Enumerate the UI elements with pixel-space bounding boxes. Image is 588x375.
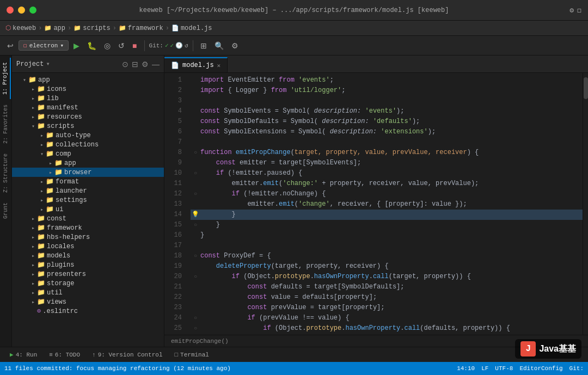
left-tab-grunt[interactable]: Grunt (1, 198, 10, 223)
code-line-6: const SymbolExtensions = Symbol( descrip… (191, 127, 583, 137)
tree-item-auto-type[interactable]: ▸ 📁 auto-type (12, 131, 164, 140)
tab-modeljs[interactable]: 📄 model.js ✕ (164, 57, 228, 72)
bottom-tab-todo[interactable]: ≡ 6: TODO (44, 349, 85, 361)
gutter-12 (191, 189, 200, 199)
sidebar-refresh-btn[interactable]: ⊙ (122, 60, 128, 69)
tree-item-manifest[interactable]: ▸ 📁 manifest (12, 103, 164, 112)
breadcrumb-app[interactable]: 📁 app (44, 24, 65, 32)
stop-button[interactable]: ■ (130, 40, 139, 51)
tab-label: model.js (182, 62, 214, 69)
code-view[interactable]: import EventEmitter from 'events'; impor… (186, 73, 583, 335)
tree-item-scripts[interactable]: ▾ 📁 scripts (12, 121, 164, 131)
left-tab-structure[interactable]: Z: Structure (1, 149, 10, 197)
electron-icon: ◻ (23, 42, 27, 49)
sidebar-title-text: Project (16, 60, 44, 68)
todo-icon: ≡ (49, 352, 53, 358)
code-line-16: } (191, 230, 583, 241)
breadcrumb-keeweb[interactable]: ⬡ keeweb (5, 24, 36, 32)
tree-item-const[interactable]: ▸ 📁 const (12, 214, 164, 223)
folder-icon: 📁 (37, 298, 45, 306)
run-config-label: electron (29, 42, 58, 49)
eslint-icon: ⊙ (37, 307, 41, 315)
toolbar-back-btn[interactable]: ↩ (4, 40, 16, 51)
tree-item-lib[interactable]: ▸ 📁 lib (12, 94, 164, 103)
tree-item-settings[interactable]: ▸ 📁 settings (12, 195, 164, 205)
bottom-tab-vcs[interactable]: ↑ 9: Version Control (87, 349, 168, 361)
search-button[interactable]: 🔍 (212, 40, 226, 51)
tree-item-framework[interactable]: ▸ 📁 framework (12, 223, 164, 232)
terminal-label: Terminal (180, 352, 209, 358)
tree-item-ui[interactable]: ▸ 📁 ui (12, 205, 164, 214)
run-button[interactable]: ▶ (71, 40, 82, 51)
tab-close-btn[interactable]: ✕ (217, 62, 221, 69)
git-status-text: 11 files committed: focus managing refac… (4, 365, 231, 372)
git-undo-icon[interactable]: ↺ (185, 42, 188, 49)
breadcrumb: ⬡ keeweb › 📁 app › 📁 scripts › 📁 framewo… (0, 21, 588, 36)
bookmark-button[interactable]: ⊞ (198, 40, 210, 51)
traffic-light-minimize[interactable] (18, 7, 25, 14)
gutter-10 (191, 168, 200, 179)
tree-item-icons[interactable]: ▸ 📁 icons (12, 84, 164, 94)
line-numbers: 12345 678910 1112131415 1617181920 21222… (164, 73, 186, 335)
tree-item-comp-app[interactable]: ▸ 📁 app (12, 158, 164, 168)
git-branch: Git: (569, 365, 584, 372)
tree-item-format[interactable]: ▸ 📁 format (12, 177, 164, 186)
traffic-light-maximize[interactable] (29, 7, 36, 14)
sidebar-close-btn[interactable]: — (152, 60, 160, 69)
editor-scrollbar[interactable] (583, 73, 588, 335)
gear-button[interactable]: ⚙ (229, 40, 241, 51)
tree-item-comp[interactable]: ▾ 📁 comp (12, 149, 164, 158)
code-line-1: import EventEmitter from 'events'; (191, 75, 583, 85)
folder-icon: 📁 (37, 251, 45, 260)
code-line-18: const ProxyDef = { (191, 251, 583, 261)
folder-icon: 📁 (54, 159, 63, 167)
reload-button[interactable]: ↺ (115, 40, 127, 51)
editor-content: 12345 678910 1112131415 1617181920 21222… (164, 73, 588, 335)
tree-item-presenters[interactable]: ▸ 📁 presenters (12, 269, 164, 279)
titlebar-icon-2[interactable]: ◻ (577, 6, 581, 15)
folder-icon: 📁 (37, 113, 45, 121)
breadcrumb-modeljs[interactable]: 📄 model.js (171, 24, 212, 32)
tree-item-hbs-helpers[interactable]: ▸ 📁 hbs-helpers (12, 232, 164, 242)
editorconfig: EditorConfig (519, 365, 562, 372)
tree-item-models[interactable]: ▸ 📁 models (12, 251, 164, 260)
tree-item-util[interactable]: ▸ 📁 util (12, 288, 164, 297)
file-icon: 📄 (171, 24, 179, 32)
tree-item-resources[interactable]: ▸ 📁 resources (12, 112, 164, 121)
breadcrumb-framework[interactable]: 📁 framework (119, 24, 163, 32)
folder-icon: 📁 (37, 242, 45, 250)
tree-item-storage[interactable]: ▸ 📁 storage (12, 279, 164, 288)
tree-item-launcher[interactable]: ▸ 📁 launcher (12, 186, 164, 195)
run-config-selector[interactable]: ◻ electron ▾ (19, 40, 69, 51)
git-status: Git: ✓ ✓ 🕐 ↺ (149, 42, 188, 49)
traffic-light-close[interactable] (7, 7, 14, 14)
vcs-label: 9: Version Control (98, 352, 163, 358)
todo-label: 6: TODO (55, 352, 80, 358)
bottom-tab-terminal[interactable]: □ Terminal (169, 349, 215, 361)
coverage-button[interactable]: ◎ (101, 40, 113, 51)
tree-item-browser[interactable]: ▸ 📁 browser (12, 168, 164, 177)
folder-icon: 📁 (46, 205, 54, 213)
statusbar-left: 11 files committed: focus managing refac… (4, 365, 231, 372)
gutter-15 (191, 220, 200, 230)
tree-item-plugins[interactable]: ▸ 📁 plugins (12, 260, 164, 269)
sidebar-collapse-btn[interactable]: ⊟ (132, 60, 138, 69)
left-tab-project[interactable]: 1: Project (1, 58, 11, 99)
left-tab-favorites[interactable]: 2: Favorites (1, 100, 10, 148)
breadcrumb-scripts[interactable]: 📁 scripts (74, 24, 110, 32)
folder-icon: 📁 (37, 261, 45, 269)
tree-item-locales[interactable]: ▸ 📁 locales (12, 242, 164, 251)
tree-item-app[interactable]: ▾ 📁 app (12, 75, 164, 84)
tree-item-collections[interactable]: ▸ 📁 collections (12, 140, 164, 149)
tree-item-eslintrc[interactable]: ▸ ⊙ .eslintrc (12, 306, 164, 316)
debug-button[interactable]: 🐛 (84, 40, 99, 51)
code-line-3 (191, 96, 583, 106)
titlebar-icon-1[interactable]: ⚙ (569, 6, 574, 15)
editor-tabs: 📄 model.js ✕ (164, 56, 588, 73)
bottom-tab-run[interactable]: ▶ 4: Run (4, 349, 42, 361)
sidebar-settings-btn[interactable]: ⚙ (142, 60, 149, 69)
line-ending: LF (481, 365, 488, 372)
git-label: Git: (149, 42, 163, 49)
editor-area: 📄 model.js ✕ 12345 678910 1112131415 161… (164, 56, 588, 347)
tree-item-views[interactable]: ▸ 📁 views (12, 297, 164, 306)
